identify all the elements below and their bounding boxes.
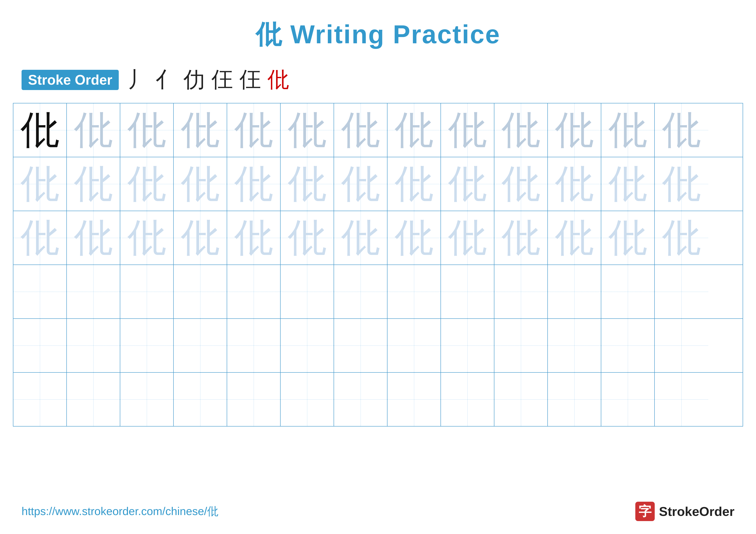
stroke-2: 亻 [155,65,177,94]
grid-row-0[interactable]: 仳仳仳仳仳仳仳仳仳仳仳仳仳 [14,103,742,157]
grid-cell-5-0[interactable] [14,373,67,426]
cell-char-2-9: 仳 [501,212,540,264]
grid-cell-2-6[interactable]: 仳 [334,211,388,265]
grid-cell-5-12[interactable] [655,373,708,426]
grid-cell-4-8[interactable] [441,319,494,372]
grid-cell-0-0[interactable]: 仳 [14,103,67,157]
grid-cell-3-4[interactable] [227,265,281,318]
grid-cell-0-3[interactable]: 仳 [174,103,227,157]
cell-char-2-8: 仳 [448,212,487,264]
grid-cell-3-2[interactable] [120,265,174,318]
cell-char-2-10: 仳 [555,212,594,264]
grid-cell-5-3[interactable] [174,373,227,426]
grid-cell-5-4[interactable] [227,373,281,426]
grid-cell-4-10[interactable] [548,319,601,372]
grid-cell-0-4[interactable]: 仳 [227,103,281,157]
grid-cell-4-5[interactable] [281,319,334,372]
page-title: 仳 Writing Practice [0,0,756,52]
grid-cell-5-10[interactable] [548,373,601,426]
grid-cell-4-4[interactable] [227,319,281,372]
grid-cell-2-8[interactable]: 仳 [441,211,494,265]
grid-cell-1-5[interactable]: 仳 [281,157,334,211]
cell-char-1-5: 仳 [288,158,327,210]
grid-cell-3-6[interactable] [334,265,388,318]
grid-cell-1-4[interactable]: 仳 [227,157,281,211]
grid-cell-3-11[interactable] [601,265,655,318]
cell-char-0-12: 仳 [662,104,701,156]
grid-cell-2-1[interactable]: 仳 [67,211,120,265]
cell-char-0-3: 仳 [181,104,220,156]
grid-cell-4-6[interactable] [334,319,388,372]
grid-cell-4-9[interactable] [494,319,548,372]
grid-cell-3-8[interactable] [441,265,494,318]
grid-cell-0-11[interactable]: 仳 [601,103,655,157]
grid-cell-4-0[interactable] [14,319,67,372]
grid-cell-5-1[interactable] [67,373,120,426]
grid-cell-2-7[interactable]: 仳 [388,211,441,265]
grid-cell-3-7[interactable] [388,265,441,318]
grid-row-4[interactable] [14,319,742,373]
grid-cell-4-7[interactable] [388,319,441,372]
grid-cell-2-2[interactable]: 仳 [120,211,174,265]
grid-cell-5-9[interactable] [494,373,548,426]
grid-cell-1-8[interactable]: 仳 [441,157,494,211]
grid-cell-4-1[interactable] [67,319,120,372]
grid-cell-1-11[interactable]: 仳 [601,157,655,211]
grid-cell-1-6[interactable]: 仳 [334,157,388,211]
grid-cell-1-9[interactable]: 仳 [494,157,548,211]
cell-char-1-12: 仳 [662,158,701,210]
grid-cell-4-3[interactable] [174,319,227,372]
grid-cell-2-12[interactable]: 仳 [655,211,708,265]
grid-cell-2-5[interactable]: 仳 [281,211,334,265]
grid-cell-1-2[interactable]: 仳 [120,157,174,211]
grid-cell-1-7[interactable]: 仳 [388,157,441,211]
logo-icon: 字 [635,502,655,521]
grid-cell-2-0[interactable]: 仳 [14,211,67,265]
grid-row-1[interactable]: 仳仳仳仳仳仳仳仳仳仳仳仳仳 [14,157,742,211]
grid-cell-0-7[interactable]: 仳 [388,103,441,157]
grid-cell-5-6[interactable] [334,373,388,426]
grid-row-5[interactable] [14,373,742,426]
grid-cell-2-11[interactable]: 仳 [601,211,655,265]
grid-cell-3-1[interactable] [67,265,120,318]
grid-cell-0-1[interactable]: 仳 [67,103,120,157]
grid-cell-4-11[interactable] [601,319,655,372]
grid-cell-2-3[interactable]: 仳 [174,211,227,265]
grid-cell-5-5[interactable] [281,373,334,426]
cell-char-0-0: 仳 [20,104,59,156]
grid-row-2[interactable]: 仳仳仳仳仳仳仳仳仳仳仳仳仳 [14,211,742,265]
grid-cell-5-8[interactable] [441,373,494,426]
cell-char-2-7: 仳 [394,212,433,264]
grid-cell-3-5[interactable] [281,265,334,318]
grid-cell-0-8[interactable]: 仳 [441,103,494,157]
grid-cell-3-10[interactable] [548,265,601,318]
grid-cell-0-9[interactable]: 仳 [494,103,548,157]
cell-char-2-2: 仳 [127,212,166,264]
cell-char-1-8: 仳 [448,158,487,210]
grid-cell-3-9[interactable] [494,265,548,318]
grid-cell-2-4[interactable]: 仳 [227,211,281,265]
grid-cell-1-1[interactable]: 仳 [67,157,120,211]
grid-cell-5-7[interactable] [388,373,441,426]
grid-cell-5-2[interactable] [120,373,174,426]
grid-cell-3-0[interactable] [14,265,67,318]
grid-cell-0-5[interactable]: 仳 [281,103,334,157]
grid-cell-1-3[interactable]: 仳 [174,157,227,211]
grid-row-3[interactable] [14,265,742,319]
grid-cell-3-3[interactable] [174,265,227,318]
grid-cell-1-0[interactable]: 仳 [14,157,67,211]
footer-logo: 字 StrokeOrder [635,502,735,521]
grid-cell-2-10[interactable]: 仳 [548,211,601,265]
grid-cell-2-9[interactable]: 仳 [494,211,548,265]
grid-cell-4-2[interactable] [120,319,174,372]
grid-cell-0-10[interactable]: 仳 [548,103,601,157]
grid-cell-4-12[interactable] [655,319,708,372]
grid-cell-1-10[interactable]: 仳 [548,157,601,211]
grid-cell-0-2[interactable]: 仳 [120,103,174,157]
grid-cell-5-11[interactable] [601,373,655,426]
cell-char-2-3: 仳 [181,212,220,264]
grid-cell-3-12[interactable] [655,265,708,318]
grid-cell-1-12[interactable]: 仳 [655,157,708,211]
grid-cell-0-12[interactable]: 仳 [655,103,708,157]
grid-cell-0-6[interactable]: 仳 [334,103,388,157]
